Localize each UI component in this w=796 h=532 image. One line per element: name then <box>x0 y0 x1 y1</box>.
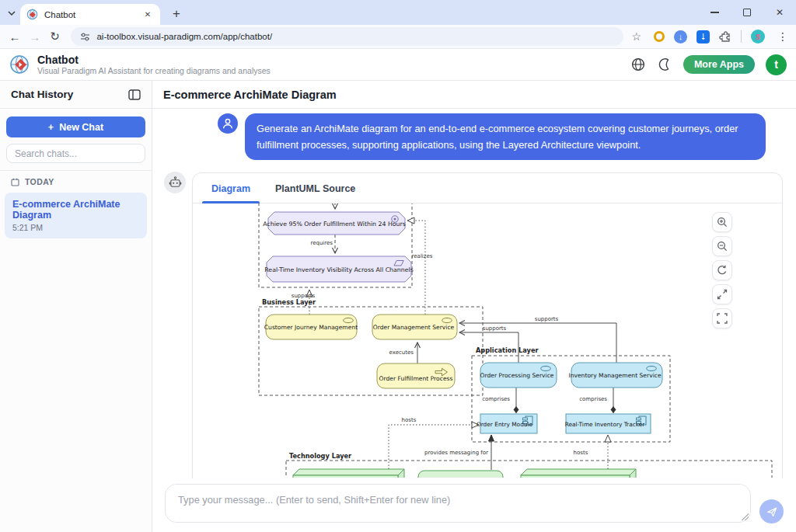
technology-layer-label: Technology Layer <box>289 452 352 460</box>
browser-tab[interactable]: Chatbot ✕ <box>20 4 160 25</box>
edge-label-executes: executes <box>389 349 414 356</box>
sidebar-heading: Chat History <box>11 89 128 100</box>
business-node-oms: Order Management Service <box>372 315 457 339</box>
app-subtitle: Visual Paradigm AI Assistant for creatin… <box>37 66 271 75</box>
tab-search-chevron-icon[interactable] <box>5 6 19 20</box>
send-button[interactable] <box>759 499 784 523</box>
edge-label-realizes: realizes <box>412 253 433 259</box>
rtit-label: Real-Time Inventory Tracker <box>565 421 646 428</box>
business-node-cjm: Customer Journey Management <box>264 315 358 339</box>
chat-history-item[interactable]: E-commerce ArchiMate Diagram 5:21 PM <box>5 193 147 238</box>
edge-label-provides: provides messaging for <box>424 450 488 456</box>
ofp-label: Order Fulfillment Process <box>379 375 453 382</box>
message-input[interactable] <box>166 485 750 522</box>
fullscreen-button[interactable] <box>712 308 732 329</box>
tab-plantuml-source[interactable]: PlantUML Source <box>264 183 366 203</box>
reload-button[interactable]: ↻ <box>45 30 65 43</box>
oms-label: Order Management Service <box>373 324 455 331</box>
user-account-avatar[interactable]: t <box>766 54 787 75</box>
edge-label-supports-ims: supports <box>535 316 559 322</box>
edge-label-requires: requires <box>310 240 333 246</box>
favicon-icon <box>26 9 38 20</box>
edge-label-hosts-a: hosts <box>402 417 417 423</box>
app-header: Chatbot Visual Paradigm AI Assistant for… <box>0 49 796 81</box>
extension-download-circle-icon[interactable]: ↓ <box>674 30 687 43</box>
edge-label-hosts-b: hosts <box>574 450 588 456</box>
back-button[interactable]: ← <box>5 30 25 43</box>
user-message-bubble: Generate an ArchiMate diagram for an end… <box>245 113 766 160</box>
technology-node-3 <box>521 469 636 478</box>
main-panel: E-commerce ArchiMate Diagram Generate an… <box>152 81 796 532</box>
ims-label: Inventory Management Service <box>568 372 662 379</box>
window-close-button[interactable]: ✕ <box>763 0 796 25</box>
cjm-label: Customer Journey Management <box>264 324 358 331</box>
application-node-rtit: Real-Time Inventory Tracker <box>565 414 651 433</box>
more-apps-button[interactable]: More Apps <box>683 55 755 74</box>
archimate-diagram: Business Layer Application Layer Technol… <box>193 203 782 478</box>
chat-history-sidebar: Chat History + New Chat TODAY E-commerce… <box>0 81 152 532</box>
technology-node-2 <box>418 471 503 478</box>
resize-grip[interactable] <box>742 513 749 520</box>
new-tab-button[interactable]: + <box>166 4 187 24</box>
message-composer <box>152 478 796 532</box>
plus-icon: + <box>48 122 54 133</box>
assistant-avatar <box>164 172 186 193</box>
robot-icon <box>169 176 182 190</box>
language-globe-icon[interactable] <box>630 57 646 72</box>
zoom-out-button[interactable] <box>712 236 732 256</box>
person-icon <box>220 116 236 131</box>
tab-diagram[interactable]: Diagram <box>201 183 261 203</box>
chat-messages-area: Generate an ArchiMate diagram for an end… <box>152 109 796 478</box>
conversation-title-bar: E-commerce ArchiMate Diagram <box>152 81 796 109</box>
chat-item-time: 5:21 PM <box>12 223 139 232</box>
toolbar-separator <box>741 30 742 43</box>
message-input-box <box>165 484 751 523</box>
bookmark-star-icon[interactable]: ☆ <box>631 30 641 43</box>
business-node-ofp: Order Fulfillment Process <box>377 363 455 388</box>
zoom-in-button[interactable] <box>712 212 732 232</box>
technology-node-1 <box>293 469 404 478</box>
dark-mode-moon-icon[interactable] <box>657 57 672 72</box>
fit-to-screen-button[interactable] <box>712 284 732 304</box>
outcome-node: Real-Time Inventory Visibility Across Al… <box>264 256 413 282</box>
extensions-puzzle-icon[interactable] <box>719 30 731 43</box>
edge-label-comprises-b: comprises <box>579 396 607 402</box>
edge-label-comprises-a: comprises <box>482 396 510 402</box>
application-node-ims: Inventory Management Service <box>568 363 662 388</box>
goal-label: Achieve 95% Order Fulfillment Within 24 … <box>263 221 406 228</box>
browser-toolbar: ← → ↻ ai-toolbox.visual-paradigm.com/app… <box>0 25 796 49</box>
edge-label-supports-ops: supports <box>483 325 507 332</box>
search-chats-box <box>6 144 145 163</box>
diagram-zoom-toolbar <box>712 212 732 329</box>
app-title: Chatbot <box>37 54 271 66</box>
forward-button[interactable]: → <box>25 30 45 43</box>
assistant-response-card: Diagram PlantUML Source <box>192 172 783 478</box>
address-bar[interactable]: ai-toolbox.visual-paradigm.com/app/chatb… <box>71 27 623 46</box>
new-chat-button[interactable]: + New Chat <box>6 116 145 137</box>
url-text: ai-toolbox.visual-paradigm.com/app/chatb… <box>96 32 272 41</box>
new-chat-label: New Chat <box>59 122 103 133</box>
site-settings-icon <box>80 32 90 42</box>
browser-menu-icon[interactable]: ⋮ <box>777 30 788 43</box>
diagram-canvas[interactable]: Business Layer Application Layer Technol… <box>193 203 782 478</box>
window-maximize-button[interactable] <box>731 0 763 25</box>
today-section-header: TODAY <box>0 171 152 191</box>
tab-close-icon[interactable]: ✕ <box>141 9 154 21</box>
collapse-sidebar-icon[interactable] <box>128 89 141 100</box>
chat-item-title: E-commerce ArchiMate Diagram <box>12 199 139 221</box>
calendar-icon <box>11 178 19 186</box>
edge-hosts-a <box>389 425 479 469</box>
application-layer-label: Application Layer <box>476 346 539 354</box>
today-label: TODAY <box>25 177 54 186</box>
window-minimize-button[interactable] <box>698 0 731 25</box>
application-node-oem: Order Entry Module <box>477 414 537 433</box>
goal-node: Achieve 95% Order Fulfillment Within 24 … <box>263 212 406 235</box>
edge-label-supports-motivation: supports <box>292 293 316 299</box>
send-plane-icon <box>766 506 778 518</box>
extension-download-square-icon[interactable]: ⭣ <box>696 30 710 43</box>
search-chats-input[interactable] <box>15 148 137 159</box>
browser-profile-avatar[interactable]: s <box>751 30 765 43</box>
visual-paradigm-logo <box>9 54 30 75</box>
reset-view-button[interactable] <box>712 260 732 280</box>
extension-ring-icon[interactable] <box>654 31 665 42</box>
